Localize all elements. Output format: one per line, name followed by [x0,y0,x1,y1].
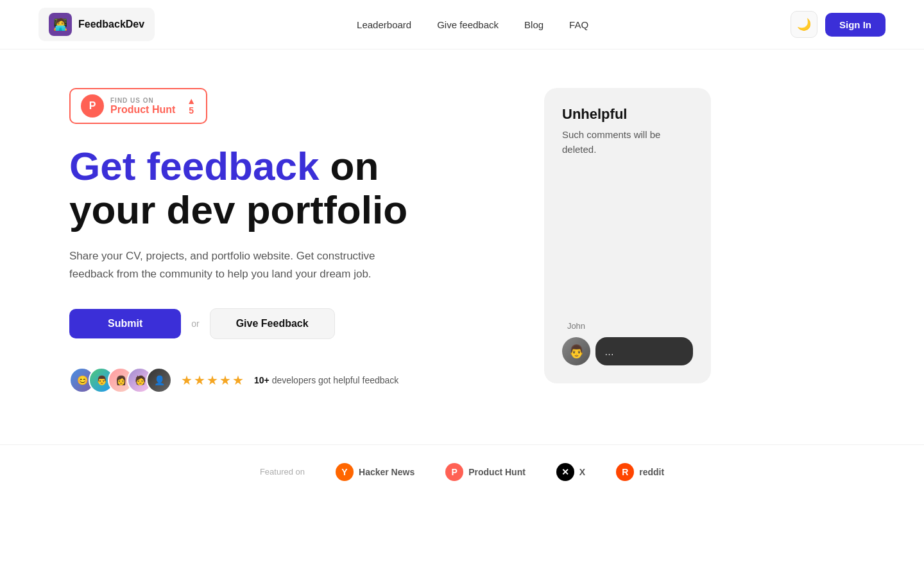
ph-label: Product Hunt [468,467,526,477]
hero-subtitle: Share your CV, projects, and portfolio w… [69,247,403,282]
nav-right: 🌙 Sign In [791,11,886,38]
hn-label: Hacker News [359,467,415,477]
card-user-avatar: 👨 [562,337,590,365]
featured-bar: Featured on Y Hacker News P Product Hunt… [0,444,924,499]
ph-text: FIND US ON Product Hunt [110,97,175,116]
cta-row: Submit or Give Feedback [69,308,493,339]
ph-arrow-icon: ▲ [187,96,196,105]
social-proof: 😊 👨 👩 🧑 👤 ★★★★★ 10+ developers got helpf… [69,367,493,393]
or-separator: or [191,319,199,329]
reddit-label: reddit [639,467,664,477]
nav-links: Leaderboard Give feedback Blog FAQ [357,19,588,30]
speech-bubble: … [595,337,693,365]
card-subtitle: Such comments will be deleted. [562,128,693,157]
featured-product-hunt: P Product Hunt [445,463,526,481]
signin-button[interactable]: Sign In [825,13,886,37]
ph-icon: P [445,463,463,481]
featured-reddit: R reddit [616,463,664,481]
nav-blog[interactable]: Blog [524,19,543,30]
x-label: X [579,467,585,477]
headline-colored: Get feedback [69,144,319,188]
reddit-icon: R [616,463,634,481]
hero-left: P FIND US ON Product Hunt ▲ 5 Get feedba… [69,88,493,393]
avatar-5: 👤 [146,367,172,393]
proof-count: 10+ [254,375,270,385]
featured-label: Featured on [260,467,305,477]
theme-toggle-button[interactable]: 🌙 [791,11,817,38]
hero-right: Unhelpful Such comments will be deleted.… [544,88,711,383]
card-body: Unhelpful Such comments will be deleted. [562,106,693,308]
card-user-name: John [567,321,585,331]
ph-number: 5 [189,105,194,116]
give-feedback-button[interactable]: Give Feedback [210,308,335,339]
hero-section: P FIND US ON Product Hunt ▲ 5 Get feedba… [0,49,924,419]
logo[interactable]: 🧑‍💻 FeedbackDev [38,8,155,41]
card-title: Unhelpful [562,106,693,123]
ph-name: Product Hunt [110,104,175,116]
logo-text: FeedbackDev [78,19,144,30]
product-hunt-badge[interactable]: P FIND US ON Product Hunt ▲ 5 [69,88,207,124]
featured-hacker-news: Y Hacker News [336,463,415,481]
nav-faq[interactable]: FAQ [569,19,588,30]
rating-stars: ★★★★★ [181,372,245,388]
proof-label: developers got helpful feedback [270,375,399,385]
ph-upvote-count: ▲ 5 [187,96,196,116]
card-footer: John 👨 … [562,321,693,365]
ph-logo-circle: P [81,94,104,118]
featured-x: ✕ X [556,463,585,481]
proof-text: 10+ developers got helpful feedback [254,375,398,385]
hn-icon: Y [336,463,354,481]
feedback-card: Unhelpful Such comments will be deleted.… [544,88,711,383]
x-icon: ✕ [556,463,574,481]
nav-leaderboard[interactable]: Leaderboard [357,19,411,30]
navbar: 🧑‍💻 FeedbackDev Leaderboard Give feedbac… [0,0,924,49]
nav-give-feedback[interactable]: Give feedback [437,19,499,30]
ph-find-us: FIND US ON [110,97,175,104]
submit-button[interactable]: Submit [69,309,181,338]
hero-headline: Get feedback onyour dev portfolio [69,144,493,232]
logo-icon: 🧑‍💻 [49,13,72,36]
avatar-group: 😊 👨 👩 🧑 👤 [69,367,172,393]
stars: ★★★★★ [181,372,245,388]
